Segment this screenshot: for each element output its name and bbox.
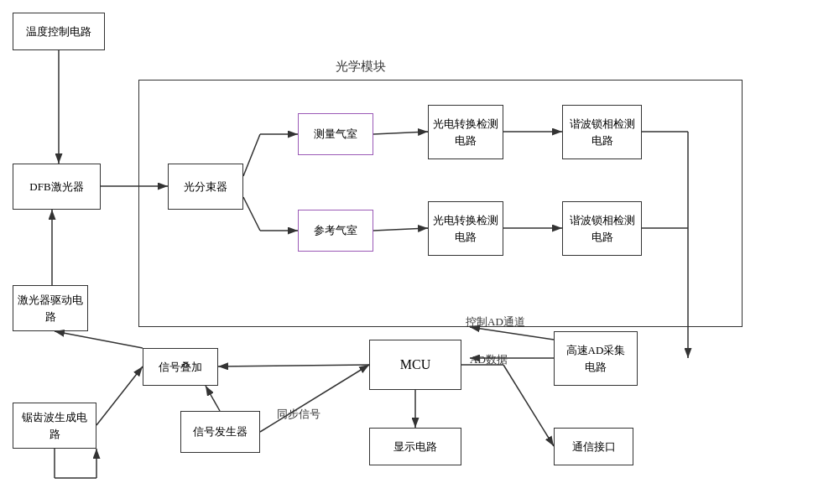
- svg-line-19: [503, 365, 554, 446]
- photodetect1-box: 光电转换检测 电路: [428, 105, 503, 159]
- control-ad-label: 控制AD通道: [466, 314, 525, 330]
- harmonic-lock2-box: 谐波锁相检测 电路: [562, 201, 642, 256]
- svg-line-20: [218, 365, 369, 366]
- mcu-box: MCU: [369, 340, 461, 390]
- temp-control-box: 温度控制电路: [13, 13, 105, 50]
- svg-line-25: [260, 365, 369, 432]
- dfb-laser-box: DFB激光器: [13, 164, 101, 210]
- svg-line-21: [55, 331, 143, 348]
- optical-module-label: 光学模块: [336, 59, 386, 75]
- harmonic-lock1-box: 谐波锁相检测 电路: [562, 105, 642, 159]
- comm-interface-box: 通信接口: [554, 428, 633, 465]
- measure-chamber-box: 测量气室: [298, 113, 373, 155]
- photodetect2-box: 光电转换检测 电路: [428, 201, 503, 256]
- svg-line-24: [206, 386, 220, 411]
- high-speed-ad-box: 高速AD采集 电路: [554, 331, 638, 386]
- sawtooth-box: 锯齿波生成电 路: [13, 403, 96, 449]
- signal-adder-box: 信号叠加: [143, 348, 218, 386]
- svg-line-23: [96, 366, 143, 425]
- diagram: 光学模块 温度控制电路 DFB激光器 光分束器 测量气室 参考气室 光电转换检测…: [0, 0, 839, 504]
- display-box: 显示电路: [369, 428, 461, 465]
- reference-chamber-box: 参考气室: [298, 210, 373, 252]
- beam-splitter-box: 光分束器: [168, 164, 243, 210]
- sync-signal-label: 同步信号: [277, 407, 320, 422]
- laser-driver-box: 激光器驱动电 路: [13, 285, 88, 331]
- signal-gen-box: 信号发生器: [180, 411, 260, 453]
- ad-data-label: AD数据: [470, 352, 508, 367]
